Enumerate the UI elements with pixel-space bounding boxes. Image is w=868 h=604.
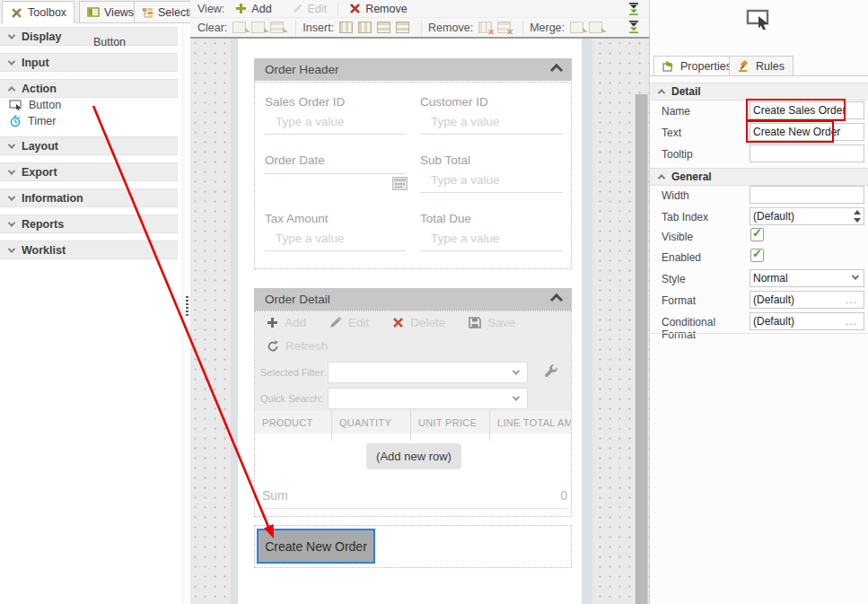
tab-rules[interactable]: Rules — [729, 56, 793, 76]
tab-properties[interactable]: Properties — [653, 56, 741, 76]
sidebar-section-reports[interactable]: Reports — [0, 214, 178, 233]
remove-view-button[interactable]: Remove — [349, 3, 408, 15]
insert-row-below-icon[interactable] — [396, 22, 409, 33]
column-separator — [410, 433, 411, 441]
tab-toolbox[interactable]: Toolbox — [2, 1, 75, 24]
list-add-button[interactable]: Add — [267, 316, 306, 329]
collapse-icon — [628, 3, 639, 16]
field-order-date[interactable]: Order Date — [265, 153, 406, 174]
field-total-due[interactable]: Total Due Type a value — [420, 212, 563, 251]
section-label: Layout — [22, 140, 58, 153]
toolbar-separator — [522, 21, 523, 35]
wrench-icon[interactable] — [543, 363, 558, 379]
view-toolbar-label: View: — [197, 3, 224, 15]
splitter-grip-icon — [186, 296, 189, 318]
section-label: Worklist — [22, 244, 66, 257]
clear-all-icon[interactable] — [270, 22, 284, 33]
button-label: Save — [487, 316, 515, 329]
column-header-quantity[interactable]: QUANTITY — [331, 411, 410, 433]
text-input[interactable]: Create New Order — [750, 123, 864, 141]
clear-row-icon[interactable] — [251, 22, 265, 33]
width-label: Width — [662, 189, 748, 202]
x-icon — [392, 317, 404, 328]
style-select[interactable]: Normal — [750, 269, 864, 287]
tab-views[interactable]: Views — [79, 1, 142, 23]
order-detail-section-bar[interactable]: Order Detail — [254, 288, 572, 311]
sidebar-section-export[interactable]: Export — [0, 162, 178, 181]
list-save-button[interactable]: Save — [469, 316, 515, 329]
collapse-toolbar-button[interactable] — [628, 3, 639, 19]
column-separator — [331, 433, 332, 441]
enabled-checkbox[interactable]: ✓ — [750, 249, 764, 262]
selection-icon — [142, 7, 153, 18]
quick-search-dropdown[interactable] — [328, 388, 528, 409]
insert-column-left-icon[interactable] — [339, 22, 353, 33]
add-view-button[interactable]: Add — [235, 3, 271, 15]
sidebar-section-layout[interactable]: Layout — [0, 136, 178, 155]
selected-filter-dropdown[interactable] — [328, 362, 528, 383]
toolbox-item-button[interactable]: Button — [0, 97, 178, 113]
detail-section-header[interactable]: Detail — [650, 83, 868, 101]
sidebar-section-input[interactable]: Input — [0, 53, 178, 72]
collapse-toolbar-button[interactable] — [628, 21, 639, 37]
toolbar-separator — [421, 21, 422, 35]
list-toolbar: Add Edit Delete Save — [267, 316, 515, 329]
vertical-scrollbar[interactable] — [636, 94, 648, 604]
general-section-header[interactable]: General — [650, 168, 868, 186]
insert-row-above-icon[interactable] — [377, 22, 390, 33]
section-label: Reports — [22, 218, 64, 231]
merge-down-icon[interactable] — [589, 22, 602, 33]
section-title: Order Detail — [265, 293, 330, 306]
button-control-icon — [746, 9, 773, 31]
list-edit-button[interactable]: Edit — [329, 316, 369, 329]
conditional-format-ellipsis-button[interactable]: ... — [846, 315, 857, 328]
save-icon — [469, 317, 481, 328]
tooltip-input[interactable] — [750, 144, 864, 162]
edit-view-button[interactable]: Edit — [292, 3, 328, 15]
toolbox-item-timer[interactable]: Timer — [0, 113, 178, 129]
tab-index-stepper[interactable] — [852, 207, 863, 225]
list-refresh-button[interactable]: Refresh — [267, 339, 328, 353]
section-title: Detail — [671, 85, 701, 98]
column-header-product[interactable]: PRODUCT — [255, 411, 331, 433]
create-new-order-button[interactable]: Create New Order — [257, 529, 375, 564]
chevron-down-icon — [513, 393, 520, 400]
tab-label: Toolbox — [28, 6, 66, 19]
sidebar-section-worklist[interactable]: Worklist — [0, 241, 178, 259]
field-placeholder: Type a value — [420, 232, 563, 245]
add-new-row-button[interactable]: (Add new row) — [366, 443, 461, 469]
timer-icon — [9, 115, 22, 127]
width-input[interactable] — [750, 186, 864, 204]
sidebar-section-action[interactable]: Action — [0, 79, 178, 98]
column-header-unit-price[interactable]: UNIT PRICE — [410, 411, 489, 433]
sidebar-section-information[interactable]: Information — [0, 188, 178, 207]
item-label: Button — [29, 99, 61, 111]
remove-row-icon[interactable]: ✕ — [497, 22, 511, 33]
field-tax-amount[interactable]: Tax Amount Type a value — [265, 212, 406, 251]
clear-contents-icon[interactable] — [232, 22, 246, 33]
merge-right-icon[interactable] — [570, 22, 583, 33]
chevron-up-icon — [8, 86, 15, 93]
name-input[interactable]: Create Sales Order — [750, 101, 864, 119]
button-label: Add — [285, 316, 306, 329]
tabbar-border — [649, 75, 868, 76]
field-customer-id[interactable]: Customer ID Type a value — [420, 95, 563, 135]
column-header-line-total[interactable]: LINE TOTAL AMOUNT — [489, 411, 571, 433]
visible-checkbox[interactable]: ✓ — [750, 228, 764, 241]
order-header-section-bar[interactable]: Order Header — [254, 58, 572, 81]
field-sub-total[interactable]: Sub Total Type a value — [420, 153, 563, 193]
panel-splitter[interactable] — [182, 23, 190, 604]
field-sales-order-id[interactable]: Sales Order ID Type a value — [265, 95, 406, 135]
remove-column-icon[interactable]: ✕ — [478, 22, 492, 33]
sum-value: 0 — [503, 488, 567, 503]
collapse-icon — [628, 21, 639, 34]
chevron-down-icon — [8, 219, 15, 226]
field-placeholder: Type a value — [420, 173, 563, 187]
views-icon — [87, 7, 100, 17]
tab-index-input[interactable]: (Default) — [750, 207, 864, 225]
insert-column-right-icon[interactable] — [358, 22, 372, 33]
format-ellipsis-button[interactable]: ... — [846, 293, 857, 306]
list-delete-button[interactable]: Delete — [392, 316, 445, 329]
calendar-icon[interactable] — [392, 177, 408, 190]
sum-underline — [262, 508, 567, 509]
